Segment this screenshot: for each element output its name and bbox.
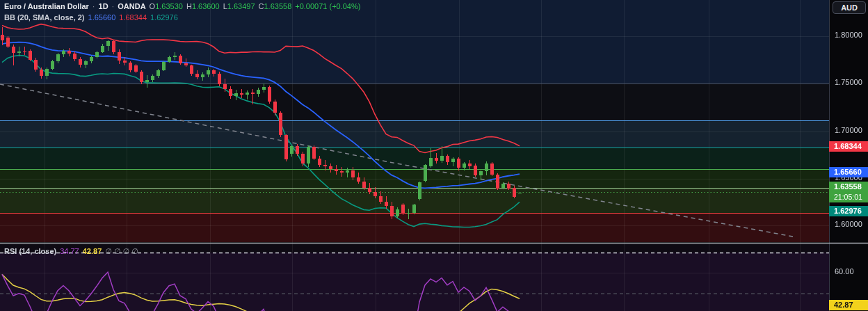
price-tick-1-60: 1.60000 — [829, 220, 868, 228]
change-value: +0.00071 (+0.04%) — [295, 2, 360, 11]
legend-separator: · — [112, 2, 115, 11]
main-chart-canvas[interactable] — [0, 0, 868, 311]
bb-basis-axis-label: 1.65660 — [829, 167, 868, 177]
chart-window: Euro / Australian Dollar · 1D · OANDA O1… — [0, 0, 868, 311]
rsi-indicator-label: RSI (14, close) — [4, 247, 56, 256]
bb-basis-value: 1.65660 — [88, 13, 116, 22]
bb-lower-axis-label: 1.62976 — [829, 206, 868, 216]
open-value: O1.63530 — [150, 2, 183, 11]
bb-lower-value: 1.62976 — [150, 13, 178, 22]
rsi-ma-value: 42.87 — [83, 247, 102, 256]
low-value: L1.63497 — [223, 2, 255, 11]
price-tick-1-75: 1.75000 — [829, 78, 868, 86]
symbol-title: Euro / Australian Dollar — [4, 2, 89, 11]
bollinger-legend-row[interactable]: BB (20, SMA, close, 2) 1.65660 1.68344 1… — [4, 13, 178, 22]
symbol-legend-row[interactable]: Euro / Australian Dollar · 1D · OANDA O1… — [4, 2, 360, 11]
rsi-ma-axis-label: 42.87 — [829, 300, 868, 310]
legend-separator: · — [93, 2, 95, 11]
price-tick-1-70: 1.70000 — [829, 126, 868, 134]
timeframe-label: 1D — [99, 2, 108, 11]
last-price-value: 1.63558 — [834, 182, 868, 192]
exchange-label: OANDA — [118, 2, 145, 11]
bb-upper-axis-label: 1.68344 — [829, 141, 868, 152]
bb-upper-value: 1.68344 — [119, 13, 147, 22]
high-value: H1.63600 — [186, 2, 220, 11]
rsi-legend-row[interactable]: RSI (14, close) 34.77 42.87 ∅ ∅ ∅ ∅ — [4, 247, 138, 256]
bar-countdown-timer: 21:05:01 — [834, 192, 868, 202]
bb-indicator-label: BB (20, SMA, close, 2) — [4, 13, 85, 22]
price-tick-1-80: 1.80000 — [829, 31, 868, 39]
rsi-tick-60: 60.00 — [829, 267, 868, 276]
rsi-value: 34.77 — [60, 247, 79, 256]
close-value: C1.63558 — [259, 2, 292, 11]
last-price-axis-label: 1.63558 21:05:01 — [829, 182, 868, 202]
currency-toggle-button[interactable]: AUD — [833, 1, 866, 14]
rsi-empty-values: ∅ ∅ ∅ ∅ — [105, 247, 138, 256]
